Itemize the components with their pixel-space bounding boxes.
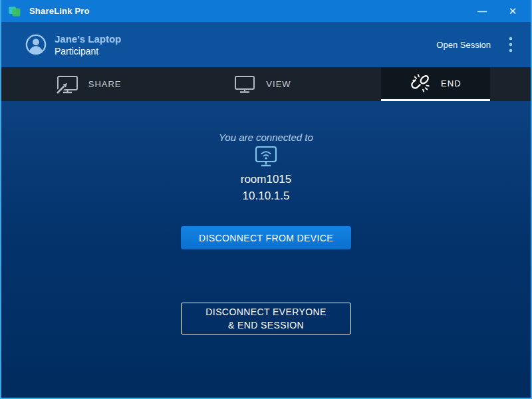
disconnect-from-device-button[interactable]: DISCONNECT FROM DEVICE bbox=[181, 226, 351, 249]
monitor-icon bbox=[233, 74, 257, 94]
window-title: ShareLink Pro bbox=[29, 6, 90, 16]
open-session-link[interactable]: Open Session bbox=[436, 40, 491, 50]
wireless-display-icon bbox=[1, 145, 531, 169]
minimize-button[interactable]: — bbox=[467, 0, 497, 22]
header-right: Open Session bbox=[436, 36, 520, 53]
titlebar[interactable]: ShareLink Pro — ✕ bbox=[1, 0, 531, 22]
connected-caption: You are connected to bbox=[1, 132, 531, 143]
tab-share[interactable]: SHARE bbox=[34, 67, 143, 101]
disconnect-everyone-end-session-button[interactable]: DISCONNECT EVERYONE & END SESSION bbox=[181, 303, 351, 334]
broken-link-icon bbox=[410, 72, 432, 94]
window-controls: — ✕ bbox=[467, 0, 531, 22]
tab-end-label: END bbox=[441, 78, 461, 88]
identity-block: Jane's Laptop Participant bbox=[55, 33, 121, 57]
end-session-button-line1: DISCONNECT EVERYONE bbox=[205, 305, 326, 319]
kebab-menu-icon[interactable] bbox=[505, 36, 516, 53]
tab-view-label: VIEW bbox=[266, 79, 291, 89]
tab-bar: SHARE VIEW bbox=[1, 67, 531, 101]
ip-address: 10.10.1.5 bbox=[1, 190, 531, 203]
end-session-button-line2: & END SESSION bbox=[228, 319, 304, 332]
app-window: ShareLink Pro — ✕ Jane's Laptop Particip… bbox=[0, 0, 532, 399]
tab-share-label: SHARE bbox=[88, 79, 122, 89]
room-name: room1015 bbox=[1, 173, 531, 186]
session-header: Jane's Laptop Participant Open Session bbox=[1, 22, 531, 67]
device-name: Jane's Laptop bbox=[55, 33, 121, 45]
tab-end[interactable]: END bbox=[381, 67, 490, 101]
app-logo-icon bbox=[8, 5, 21, 18]
avatar-icon bbox=[25, 34, 47, 55]
end-session-panel: You are connected to room1015 10.10.1.5 … bbox=[1, 101, 531, 398]
tab-view[interactable]: VIEW bbox=[207, 67, 317, 101]
share-screen-icon bbox=[55, 74, 79, 94]
close-button[interactable]: ✕ bbox=[497, 0, 528, 22]
participant-role: Participant bbox=[55, 46, 121, 57]
